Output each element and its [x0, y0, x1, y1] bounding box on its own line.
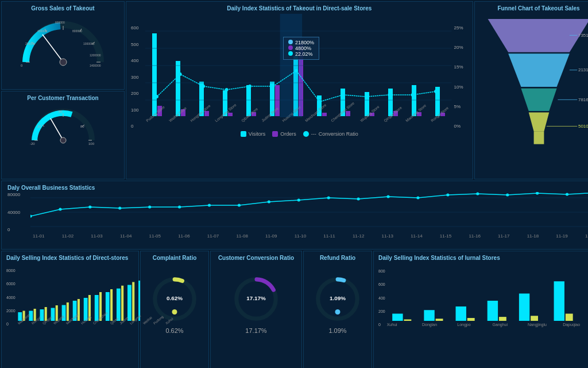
svg-point-28: [60, 137, 66, 143]
svg-marker-49: [508, 53, 570, 87]
per-customer-panel: Per Customer Transaction -20 20 60 80: [1, 91, 125, 179]
complaint-title: Complaint Ratio: [145, 255, 204, 261]
svg-rect-131: [519, 294, 529, 321]
daily-overall-title: Daly Overall Business Statistics: [7, 185, 588, 191]
chart-tooltip: 21800% 4800% 22.02%: [283, 37, 319, 60]
ds-y-axis: 0 2000 4000 6000 8000: [6, 269, 17, 326]
per-customer-title: Per Customer Transaction: [27, 95, 98, 101]
complaint-gauge: 0.62% 0.62%: [145, 263, 204, 344]
y-axis-left: 0 100 200 300 400 500 600: [131, 25, 145, 129]
svg-text:1200000: 1200000: [90, 53, 101, 57]
complaint-sublabel: 0.62%: [165, 327, 183, 334]
svg-point-41: [295, 69, 298, 72]
svg-rect-134: [565, 314, 572, 321]
svg-point-78: [446, 194, 449, 197]
svg-point-69: [178, 206, 181, 209]
direct-selling-content: 0 2000 4000 6000 8000: [6, 263, 134, 326]
lurnal-title: Daily Selling Index Statistics of lurnal…: [378, 255, 588, 261]
gauge-svg: 0 200000 400000 600000 800000 1000000 12…: [17, 16, 109, 68]
svg-rect-34: [280, 14, 303, 117]
svg-point-35: [155, 95, 158, 98]
svg-text:100: 100: [88, 142, 95, 145]
svg-text:600000: 600000: [55, 21, 65, 24]
svg-point-73: [297, 199, 300, 202]
svg-rect-105: [132, 282, 134, 321]
daily-overall-panel: Daly Overall Business Statistics 0 40000…: [1, 181, 588, 250]
row2-y-axis: 0 40000 80000: [7, 192, 30, 232]
conversion-gauge: 17.17% 17.17%: [215, 263, 297, 344]
svg-point-114: [172, 309, 177, 315]
conversion-ratio-panel: Customer Conversion Ratio 17.17% 17.17%: [210, 251, 302, 368]
svg-rect-125: [424, 310, 434, 321]
svg-point-75: [357, 198, 360, 201]
svg-point-45: [388, 93, 391, 97]
svg-rect-129: [487, 301, 497, 321]
svg-rect-130: [499, 317, 506, 321]
line-overlay-svg: [145, 14, 452, 117]
svg-rect-98: [94, 295, 98, 321]
svg-rect-102: [117, 289, 121, 321]
lurnal-stores-panel: Daily Selling Index Statistics of lurnal…: [373, 251, 588, 368]
svg-text:80: 80: [80, 125, 84, 128]
svg-point-66: [88, 206, 91, 209]
daily-index-panel: Daily Index Statistics of Takeout in Dir…: [126, 1, 473, 179]
svg-text:1.09%: 1.09%: [330, 295, 346, 301]
row3: Daily Selling Index Statistics of Direct…: [1, 251, 588, 368]
chart-content: 21800% 4800% 22.02%: [145, 14, 452, 129]
svg-text:781600%: 781600%: [578, 97, 588, 102]
svg-text:400000: 400000: [37, 29, 47, 33]
refund-gauge: 1.09% 1.09%: [308, 263, 367, 344]
lurnal-bars: Xuhui Donglan Longpo Ganghui Nangjinglu …: [387, 263, 588, 327]
direct-selling-title: Daily Selling Index Statistics of Direct…: [6, 255, 134, 261]
lurnal-y-axis: 0 200 400 600 800: [378, 269, 387, 327]
gross-sales-gauge: 0 200000 400000 600000 800000 1000000 12…: [17, 16, 109, 68]
svg-point-68: [148, 206, 151, 209]
svg-point-16: [60, 59, 67, 66]
svg-line-15: [42, 34, 63, 62]
svg-rect-103: [121, 286, 123, 321]
legend-visitors: Visitors: [241, 131, 265, 137]
svg-text:-20: -20: [30, 142, 35, 145]
svg-text:1000000: 1000000: [83, 42, 95, 45]
svg-point-71: [238, 204, 241, 207]
svg-point-47: [434, 90, 438, 93]
chart-legend: Visitors Orders --- Conversion Ratio: [131, 131, 468, 137]
funnel-title: Funnel Chart of Takeout Sales: [479, 5, 589, 12]
daily-index-title: Daily Index Statistics of Takeout in Dir…: [131, 5, 468, 12]
svg-rect-128: [467, 318, 474, 321]
svg-point-77: [416, 197, 419, 200]
bar-chart-area: 0 100 200 300 400 500 600: [131, 14, 468, 129]
daily-overall-content: 0 40000 80000: [7, 192, 588, 232]
svg-marker-48: [488, 19, 588, 52]
conversion-sublabel: 17.17%: [245, 327, 266, 334]
x-axis-labels: Pudong Store Weihai Store Hongmei Store …: [145, 118, 452, 124]
svg-point-70: [208, 204, 211, 207]
svg-point-64: [30, 215, 32, 218]
svg-rect-127: [455, 306, 466, 321]
row2-x-axis: 11-01 11-02 11-03 11-04 11-05 11-06 11-0…: [7, 233, 588, 239]
refund-ratio-panel: Refund Ratio 1.09% 1.09%: [303, 251, 372, 368]
legend-orders: Orders: [272, 131, 296, 137]
svg-text:2131200%: 2131200%: [578, 67, 588, 72]
svg-rect-101: [110, 289, 113, 321]
svg-rect-123: [392, 314, 403, 321]
refund-sublabel: 1.09%: [328, 327, 346, 334]
svg-rect-124: [404, 320, 411, 321]
lurnal-content: 0 200 400 600 800: [378, 263, 588, 327]
dashboard: Gross Sales of Takeout: [0, 0, 588, 368]
legend-conversion: --- Conversion Ratio: [303, 131, 358, 137]
svg-line-27: [51, 118, 63, 140]
svg-rect-52: [533, 131, 544, 144]
svg-point-76: [386, 195, 389, 198]
svg-point-72: [268, 201, 270, 204]
svg-rect-104: [127, 285, 131, 321]
gross-sales-panel: Gross Sales of Takeout: [1, 1, 125, 90]
daily-overall-svg: [30, 192, 588, 232]
direct-selling-panel: Daily Selling Index Statistics of Direct…: [1, 251, 139, 368]
svg-rect-93: [66, 302, 68, 321]
svg-point-42: [318, 100, 322, 103]
svg-point-36: [179, 72, 182, 76]
y-axis-right: 0% 5% 10% 15% 20% 25%: [452, 25, 468, 129]
svg-point-38: [225, 88, 229, 91]
svg-point-46: [411, 93, 415, 97]
